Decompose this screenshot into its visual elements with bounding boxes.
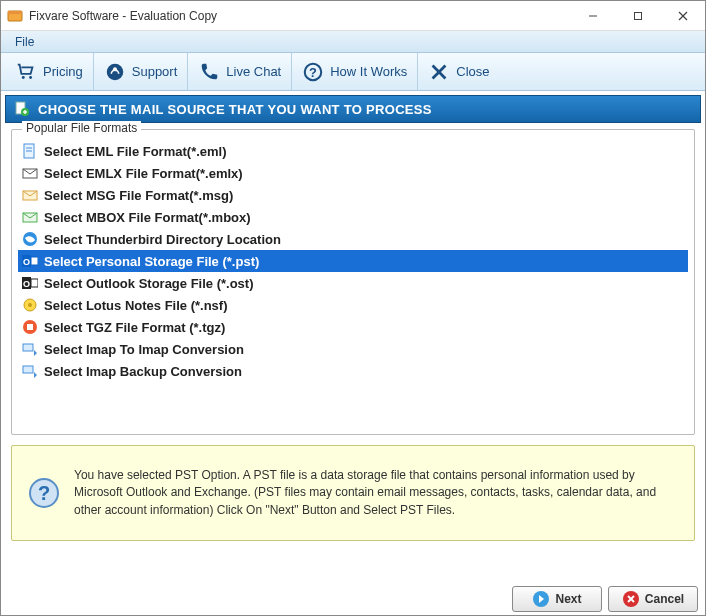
toolbar-live-chat[interactable]: Live Chat [188,53,292,90]
format-item[interactable]: OSelect Outlook Storage File (*.ost) [18,272,688,294]
footer-buttons: Next Cancel [512,586,698,612]
svg-rect-3 [634,12,641,19]
document-plus-icon [14,101,30,117]
question-icon: ? [302,61,324,83]
svg-rect-35 [23,344,33,351]
menu-bar: File [1,31,705,53]
msg-icon [22,187,38,203]
format-item-label: Select Outlook Storage File (*.ost) [44,276,253,291]
format-item[interactable]: Select EMLX File Format(*.emlx) [18,162,688,184]
title-bar: Fixvare Software - Evaluation Copy [1,1,705,31]
format-item-label: Select Thunderbird Directory Location [44,232,281,247]
process-header: CHOOSE THE MAIL SOURCE THAT YOU WANT TO … [5,95,701,123]
format-item-label: Select EMLX File Format(*.emlx) [44,166,243,181]
format-item-label: Select MBOX File Format(*.mbox) [44,210,251,225]
format-item-label: Select EML File Format(*.eml) [44,144,227,159]
svg-text:?: ? [309,64,317,79]
format-item-label: Select Imap To Imap Conversion [44,342,244,357]
cancel-icon [622,590,640,608]
svg-text:O: O [23,279,30,289]
mbox-icon [22,209,38,225]
format-item[interactable]: Select MBOX File Format(*.mbox) [18,206,688,228]
svg-text:O: O [23,257,30,267]
toolbar-close[interactable]: Close [418,53,499,90]
svg-point-6 [22,76,25,79]
toolbar-support[interactable]: Support [94,53,189,90]
info-panel: ? You have selected PST Option. A PST fi… [11,445,695,541]
process-header-text: CHOOSE THE MAIL SOURCE THAT YOU WANT TO … [38,102,432,117]
svg-point-7 [29,76,32,79]
headset-icon [104,61,126,83]
cart-icon [15,61,37,83]
tgz-icon [22,319,38,335]
imap-icon [22,341,38,357]
close-window-button[interactable] [660,1,705,30]
info-icon: ? [28,477,60,509]
outlook-icon: O [22,253,38,269]
format-item-label: Select Personal Storage File (*.pst) [44,254,259,269]
svg-rect-36 [23,366,33,373]
next-button[interactable]: Next [512,586,602,612]
emlx-icon [22,165,38,181]
cancel-button[interactable]: Cancel [608,586,698,612]
format-item[interactable]: Select Thunderbird Directory Location [18,228,688,250]
format-item[interactable]: Select Imap Backup Conversion [18,360,688,382]
next-arrow-icon [532,590,550,608]
toolbar-pricing[interactable]: Pricing [5,53,94,90]
menu-file[interactable]: File [7,33,42,51]
svg-rect-27 [31,257,38,265]
toolbar-how-it-works[interactable]: ? How It Works [292,53,418,90]
format-item[interactable]: Select TGZ File Format (*.tgz) [18,316,688,338]
cancel-button-label: Cancel [645,592,684,606]
svg-point-9 [113,67,117,71]
group-label: Popular File Formats [22,121,141,135]
popular-formats-group: Popular File Formats Select EML File For… [11,129,695,435]
eml-icon [22,143,38,159]
svg-point-8 [107,63,124,80]
ost-icon: O [22,275,38,291]
content-area: Popular File Formats Select EML File For… [11,129,695,561]
close-icon [428,61,450,83]
lotus-icon [22,297,38,313]
toolbar-pricing-label: Pricing [43,64,83,79]
svg-point-32 [28,303,32,307]
format-item[interactable]: Select Lotus Notes File (*.nsf) [18,294,688,316]
thunderbird-icon [22,231,38,247]
maximize-button[interactable] [615,1,660,30]
svg-rect-34 [27,324,33,330]
svg-text:?: ? [38,482,50,504]
svg-rect-1 [8,11,22,14]
format-list: Select EML File Format(*.eml)Select EMLX… [18,140,688,382]
svg-rect-30 [31,279,38,287]
toolbar: Pricing Support Live Chat ? How It Works… [1,53,705,91]
minimize-button[interactable] [570,1,615,30]
phone-icon [198,61,220,83]
format-item-label: Select Lotus Notes File (*.nsf) [44,298,227,313]
format-item-label: Select TGZ File Format (*.tgz) [44,320,225,335]
toolbar-support-label: Support [132,64,178,79]
format-item[interactable]: Select Imap To Imap Conversion [18,338,688,360]
toolbar-how-it-works-label: How It Works [330,64,407,79]
format-item-label: Select Imap Backup Conversion [44,364,242,379]
next-button-label: Next [555,592,581,606]
toolbar-close-label: Close [456,64,489,79]
format-item[interactable]: Select EML File Format(*.eml) [18,140,688,162]
toolbar-live-chat-label: Live Chat [226,64,281,79]
app-icon [7,8,23,24]
info-text: You have selected PST Option. A PST file… [74,467,678,519]
window-title: Fixvare Software - Evaluation Copy [29,9,570,23]
format-item-label: Select MSG File Format(*.msg) [44,188,233,203]
window-controls [570,1,705,30]
imap-icon [22,363,38,379]
format-item[interactable]: OSelect Personal Storage File (*.pst) [18,250,688,272]
format-item[interactable]: Select MSG File Format(*.msg) [18,184,688,206]
